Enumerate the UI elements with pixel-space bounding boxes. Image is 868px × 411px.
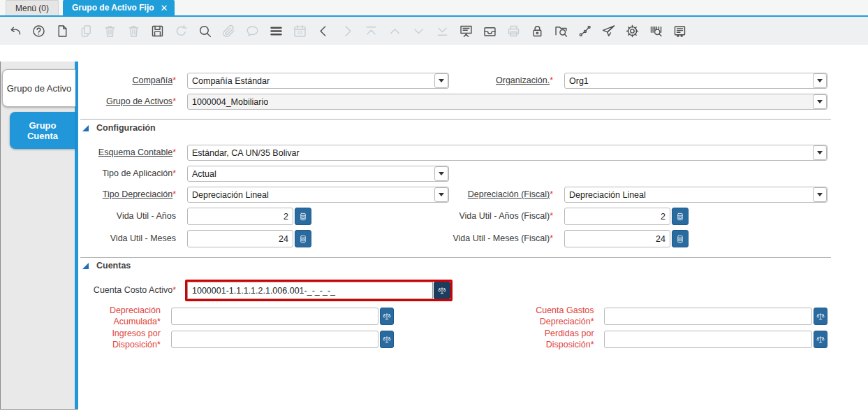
tab-menu-label: Menú (0) xyxy=(15,3,49,13)
zoom-across-icon xyxy=(554,24,568,38)
preference-button[interactable] xyxy=(624,23,640,38)
parent-record-button[interactable] xyxy=(316,23,331,38)
calculator-icon xyxy=(675,234,685,244)
archive-button[interactable] xyxy=(482,23,497,38)
tab-grupo-de-activo-fijo[interactable]: Grupo de Activo Fijo ✕ xyxy=(63,0,174,15)
account-combination-button[interactable] xyxy=(814,308,828,325)
vida-util-anos-field[interactable]: 2 xyxy=(187,208,293,225)
esquema-contable-combo[interactable]: Estándar, CA UN/35 Bolivar xyxy=(187,145,827,161)
calculator-icon xyxy=(298,212,308,222)
tipo-depreciacion-combo[interactable]: Depreciación Lineal xyxy=(187,187,449,203)
zoom-across-button[interactable] xyxy=(553,23,568,38)
workflow-button[interactable] xyxy=(577,23,592,38)
delete-selection-icon xyxy=(126,24,141,38)
close-icon[interactable]: ✕ xyxy=(161,3,168,13)
application-window: Menú (0) Grupo de Activo Fijo ✕ 31 Grupo… xyxy=(0,0,868,411)
find-icon xyxy=(198,24,212,38)
help-button[interactable] xyxy=(31,23,46,38)
label-tipo-depreciacion: Tipo Depreciación* xyxy=(79,189,182,201)
label-vida-util-meses-fiscal: Vida Util - Meses (Fiscal)* xyxy=(449,233,559,245)
grupo-de-activos-combo[interactable]: 1000004_Mobiliario xyxy=(187,94,827,110)
perdidas-por-disposicion-field[interactable] xyxy=(604,331,811,348)
sidebar-tab-grupo-cuenta[interactable]: Grupo Cuenta xyxy=(10,112,75,149)
section-header-cuentas[interactable]: Cuentas xyxy=(82,261,131,271)
parent-record-icon xyxy=(316,24,331,38)
undo-button[interactable] xyxy=(7,23,22,38)
first-record-button xyxy=(363,23,378,38)
product-info-icon xyxy=(649,24,663,38)
request-button[interactable] xyxy=(601,23,616,38)
cuenta-costo-activo-field[interactable]: 1000001-1.1.1.1.2.1.006.001-_-_-_-_ xyxy=(187,282,433,299)
form-grupo-de-activo: Compañía* Compañía Estándar Organización… xyxy=(79,45,868,411)
label-cuenta-gastos-depreciacion: Cuenta Gastos Depreciación* xyxy=(506,305,599,327)
chevron-down-icon[interactable] xyxy=(813,94,827,109)
scales-icon xyxy=(437,286,447,296)
collapse-triangle-icon[interactable] xyxy=(82,263,89,269)
find-button[interactable] xyxy=(197,23,212,38)
tab-menu[interactable]: Menú (0) xyxy=(6,0,59,15)
section-divider xyxy=(80,257,831,258)
account-combination-button[interactable] xyxy=(380,331,395,348)
label-perdidas-por-disposicion: Perdidas por Disposición* xyxy=(506,329,599,350)
previous-record-button xyxy=(387,23,402,38)
next-record-icon xyxy=(411,24,426,38)
account-combination-button[interactable] xyxy=(814,331,828,348)
chevron-down-icon[interactable] xyxy=(813,187,827,202)
vida-util-anos-fiscal-field[interactable]: 2 xyxy=(564,208,670,225)
scales-icon xyxy=(382,312,392,322)
vida-util-meses-field[interactable]: 24 xyxy=(187,230,293,247)
account-combination-button[interactable] xyxy=(434,282,450,299)
compania-value: Compañía Estándar xyxy=(188,76,270,86)
save-button[interactable] xyxy=(149,23,165,38)
product-info-button[interactable] xyxy=(648,23,663,38)
tipo-de-aplicacion-combo[interactable]: Actual xyxy=(187,166,449,182)
private-record-lock-icon xyxy=(530,24,545,38)
organizacion-combo[interactable]: Org1 xyxy=(564,73,827,89)
private-record-lock-button[interactable] xyxy=(529,23,545,38)
label-depreciacion-fiscal: Depreciación (Fiscal)* xyxy=(449,189,559,201)
sidebar-tab-label: Grupo de Activo xyxy=(7,83,72,94)
depreciacion-acumulada-field[interactable] xyxy=(171,308,378,325)
pos-button[interactable] xyxy=(672,23,687,38)
label-tipo-de-aplicacion: Tipo de Aplicación* xyxy=(79,168,182,180)
last-record-button xyxy=(434,23,450,38)
calculator-button[interactable] xyxy=(295,230,311,247)
calculator-button[interactable] xyxy=(672,230,689,247)
window-tab-bar: Menú (0) Grupo de Activo Fijo ✕ xyxy=(0,0,868,15)
new-record-icon xyxy=(55,24,70,38)
pos-icon xyxy=(672,24,687,38)
cuenta-gastos-depreciacion-field[interactable] xyxy=(604,308,811,325)
account-combination-button[interactable] xyxy=(380,308,395,325)
report-button[interactable] xyxy=(458,23,473,38)
ingresos-por-disposicion-field[interactable] xyxy=(171,331,378,348)
compania-combo[interactable]: Compañía Estándar xyxy=(187,73,449,89)
last-record-icon xyxy=(435,24,450,38)
label-vida-util-meses: Vida Util - Meses xyxy=(79,233,182,245)
section-header-configuracion[interactable]: Configuración xyxy=(82,123,156,133)
chevron-down-icon[interactable] xyxy=(434,187,448,202)
calculator-button[interactable] xyxy=(295,208,311,225)
tipo-de-aplicacion-value: Actual xyxy=(188,169,216,179)
next-record-button xyxy=(411,23,426,38)
calculator-button[interactable] xyxy=(672,208,689,225)
delete-record-button xyxy=(102,23,117,38)
new-record-button[interactable] xyxy=(54,23,70,38)
chevron-down-icon[interactable] xyxy=(813,73,827,88)
vida-util-meses-fiscal-field[interactable]: 24 xyxy=(564,230,670,247)
request-icon xyxy=(601,24,616,38)
chevron-down-icon[interactable] xyxy=(434,73,448,88)
chevron-down-icon[interactable] xyxy=(813,145,827,160)
collapse-triangle-icon[interactable] xyxy=(82,125,89,131)
label-depreciacion-acumulada: Depreciación Acumulada* xyxy=(79,305,166,327)
attachment-icon xyxy=(221,24,236,38)
sidebar-tab-grupo-de-activo[interactable]: Grupo de Activo xyxy=(2,69,75,107)
print-button xyxy=(506,23,521,38)
grid-toggle-button[interactable] xyxy=(268,23,284,38)
cuenta-costo-activo-focus-ring: 1000001-1.1.1.1.2.1.006.001-_-_-_-_ xyxy=(185,280,453,301)
preference-icon xyxy=(625,24,640,38)
svg-text:31: 31 xyxy=(297,30,302,35)
chevron-down-icon[interactable] xyxy=(434,166,448,181)
undo-icon xyxy=(8,24,22,38)
depreciacion-fiscal-combo[interactable]: Depreciación Lineal xyxy=(564,187,827,203)
label-cuenta-costo-activo: Cuenta Costo Activo* xyxy=(79,285,182,296)
